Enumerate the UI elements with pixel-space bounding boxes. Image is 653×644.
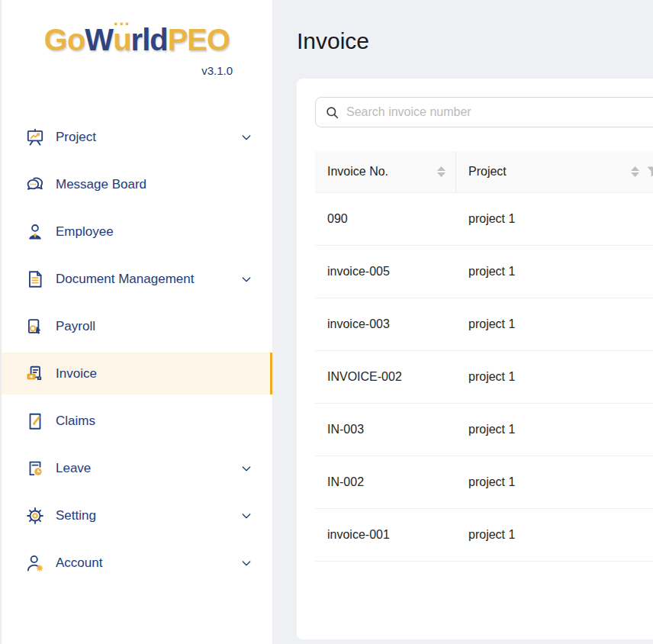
sidebar-item-label: Payroll xyxy=(56,319,253,334)
sidebar-item-label: Account xyxy=(56,555,234,571)
setting-icon xyxy=(24,505,45,526)
table-row: 090project 1 xyxy=(315,193,653,246)
search-box xyxy=(315,97,653,127)
logo-part-peo: PEO xyxy=(168,23,230,56)
invoice-card: Invoice No. Project xyxy=(297,79,653,639)
table-row: invoice-003project 1 xyxy=(315,298,653,351)
table-header-row: Invoice No. Project xyxy=(315,151,653,193)
invoice-icon xyxy=(24,363,45,384)
sidebar-item-leave[interactable]: Leave xyxy=(2,447,272,489)
cell-invoice-no: 090 xyxy=(315,193,456,245)
payroll-icon xyxy=(24,316,45,336)
app-logo: GoWurldPEO xyxy=(2,20,272,60)
sidebar-item-claims[interactable]: Claims xyxy=(2,400,272,442)
cell-project: project 1 xyxy=(456,246,653,298)
chevron-down-icon xyxy=(240,510,253,522)
leave-icon xyxy=(24,458,45,478)
sidebar-item-label: Claims xyxy=(56,414,253,429)
cell-project: project 1 xyxy=(456,193,653,245)
column-header-label: Invoice No. xyxy=(327,165,388,179)
app-version: v3.1.0 xyxy=(2,64,272,78)
sort-icon[interactable] xyxy=(437,166,446,177)
column-header-project[interactable]: Project xyxy=(456,151,653,192)
search-icon xyxy=(325,105,346,120)
main-content: Invoice Invoice No. xyxy=(272,0,653,644)
cell-project: project 1 xyxy=(456,404,653,456)
sidebar-item-label: Message Board xyxy=(56,177,253,192)
sidebar-item-message-board[interactable]: Message Board xyxy=(2,163,272,205)
chevron-down-icon xyxy=(240,131,253,143)
claims-icon xyxy=(24,411,45,431)
search-input[interactable] xyxy=(346,105,653,119)
cell-invoice-no: IN-003 xyxy=(315,404,456,456)
sidebar: GoWurldPEO v3.1.0 ProjectMessage BoardEm… xyxy=(2,0,272,644)
cell-invoice-no: invoice-003 xyxy=(315,298,456,350)
chevron-down-icon xyxy=(240,273,253,285)
sidebar-item-payroll[interactable]: Payroll xyxy=(2,305,272,347)
cell-project: project 1 xyxy=(456,351,653,403)
app-window: GoWurldPEO v3.1.0 ProjectMessage BoardEm… xyxy=(0,0,653,644)
cell-invoice-no: IN-002 xyxy=(315,456,456,508)
page-title: Invoice xyxy=(297,26,653,56)
logo-smiley-u: u xyxy=(113,20,130,60)
table-row: IN-002project 1 xyxy=(315,456,653,509)
chevron-down-icon xyxy=(240,557,253,569)
sidebar-item-project[interactable]: Project xyxy=(2,116,272,158)
sidebar-item-invoice[interactable]: Invoice xyxy=(2,353,272,394)
sidebar-item-employee[interactable]: Employee xyxy=(2,211,272,253)
cell-invoice-no: invoice-005 xyxy=(315,246,456,298)
sidebar-item-label: Project xyxy=(56,130,234,145)
column-header-invoice-no[interactable]: Invoice No. xyxy=(315,151,456,192)
message-board-icon xyxy=(24,174,45,195)
sidebar-item-label: Document Management xyxy=(56,272,234,287)
invoice-table: Invoice No. Project xyxy=(315,151,653,562)
column-header-label: Project xyxy=(468,165,507,179)
cell-project: project 1 xyxy=(456,509,653,561)
sidebar-item-label: Invoice xyxy=(56,366,253,382)
sidebar-item-setting[interactable]: Setting xyxy=(2,494,272,536)
sidebar-menu: ProjectMessage BoardEmployeeDocument Man… xyxy=(2,116,272,584)
chevron-down-icon xyxy=(240,462,253,475)
logo-part-rld: rld xyxy=(131,23,168,56)
table-row: INVOICE-002project 1 xyxy=(315,351,653,404)
table-row: invoice-001project 1 xyxy=(315,509,653,562)
cell-invoice-no: invoice-001 xyxy=(315,509,456,561)
account-icon xyxy=(24,552,45,573)
sidebar-item-account[interactable]: Account xyxy=(2,542,272,584)
table-body: 090project 1invoice-005project 1invoice-… xyxy=(315,193,653,562)
sidebar-item-label: Setting xyxy=(56,508,234,523)
employee-icon xyxy=(24,221,45,242)
filter-icon[interactable] xyxy=(647,166,653,178)
table-row: invoice-005project 1 xyxy=(315,246,653,298)
cell-project: project 1 xyxy=(456,298,653,350)
cell-project: project 1 xyxy=(456,456,653,508)
sidebar-item-label: Employee xyxy=(56,224,253,240)
table-row: IN-003project 1 xyxy=(315,404,653,456)
sidebar-item-label: Leave xyxy=(56,461,234,476)
project-icon xyxy=(24,127,45,147)
logo-part-w: W xyxy=(85,23,113,56)
sidebar-item-document-management[interactable]: Document Management xyxy=(2,258,272,300)
cell-invoice-no: INVOICE-002 xyxy=(315,351,456,403)
document-management-icon xyxy=(24,269,45,289)
logo-part-go: Go xyxy=(44,23,85,56)
sort-icon[interactable] xyxy=(631,166,639,177)
